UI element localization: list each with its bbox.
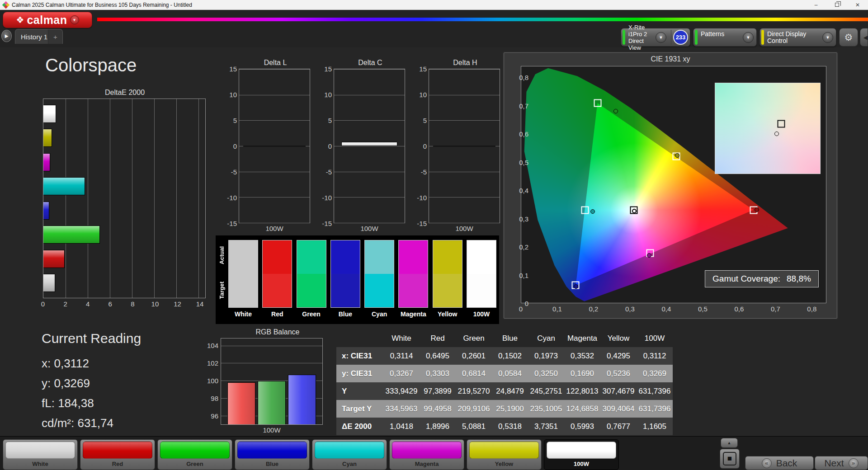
title-bar: Calman 2025 Calman Ultimate for Business…	[0, 0, 868, 10]
deltae-bar-green	[43, 226, 100, 244]
rgb-y-tick: 104	[207, 341, 218, 349]
cie-y-tick: 0,2	[519, 243, 528, 251]
table-cell: 0,6814	[456, 369, 492, 378]
calman-menu-button[interactable]: ❖ calman ▼	[3, 12, 92, 28]
swatch-label: Yellow	[433, 308, 462, 320]
cie-x-tick: 0,4	[661, 305, 671, 313]
table-row-label: Target Y	[336, 404, 383, 414]
close-button[interactable]: ✕	[847, 0, 868, 9]
meter-count-badge[interactable]: 233	[673, 30, 688, 45]
display-control-label: Direct Display Control	[764, 28, 822, 44]
pattern-window-button[interactable]: ■	[720, 449, 740, 469]
deltae-bar-yellow	[43, 129, 52, 147]
delta-gridline	[334, 146, 405, 146]
calman-menu-chevron[interactable]: ▼	[70, 15, 79, 24]
patch-button-red[interactable]: Red	[80, 439, 155, 470]
rgb-y-tick: 96	[211, 412, 218, 420]
delta-gridline	[239, 69, 310, 70]
rgb-bar-green	[258, 381, 286, 424]
swatch-pair	[262, 240, 292, 308]
chevron-down-icon[interactable]: ▼	[743, 32, 754, 43]
minimize-button[interactable]: –	[806, 0, 826, 9]
actual-swatch	[297, 240, 326, 274]
swatch-label: Green	[297, 308, 326, 320]
target-swatch	[365, 274, 394, 307]
deltae-bar-blue	[43, 202, 49, 220]
history-tab-label: History 1	[15, 29, 48, 44]
cie-plot: Gamut Coverage: 88,8%	[521, 66, 826, 303]
meter-label: X-Rite i1Pro 2 Direct View	[625, 24, 656, 51]
swatch-column-yellow: Yellow	[433, 240, 462, 323]
delta-gridline	[239, 223, 310, 223]
table-cell: 0,5318	[492, 422, 528, 431]
cie-y-tick: 0,7	[519, 102, 528, 109]
swatch-column-white: White	[228, 240, 258, 323]
patch-label: Magenta	[392, 461, 462, 467]
back-button[interactable]: « Back	[745, 456, 814, 470]
actual-target-swatch-panel: Actual Target WhiteRedGreenBlueCyanMagen…	[216, 235, 499, 324]
patch-swatch	[392, 442, 462, 459]
table-cell: 0,2601	[456, 352, 492, 361]
swatch-pair	[297, 240, 326, 308]
patch-button-green[interactable]: Green	[157, 439, 232, 470]
meter-dropdown[interactable]: X-Rite i1Pro 2 Direct View ▼ 233	[621, 28, 690, 47]
deltae-x-tick: 8	[131, 300, 134, 308]
tab-history-1[interactable]: History 1 +	[15, 29, 63, 44]
delta-gridline	[429, 172, 500, 172]
patch-button-magenta[interactable]: Magenta	[389, 439, 464, 470]
delta-x-label: 100W	[429, 225, 500, 232]
table-cell: 0,4295	[600, 352, 637, 361]
swatch-pair	[467, 240, 496, 308]
window-title: Calman 2025 Calman Ultimate for Business…	[12, 2, 192, 8]
delta-y-tick: -10	[417, 194, 427, 202]
cie-target-square-green	[594, 99, 601, 107]
display-control-dropdown[interactable]: Direct Display Control ▼	[760, 28, 836, 47]
patch-label: Green	[160, 461, 230, 467]
patch-swatch	[237, 442, 307, 459]
patch-button-100w[interactable]: 100W	[544, 439, 619, 470]
actual-swatch	[467, 240, 496, 274]
patch-button-white[interactable]: White	[3, 439, 78, 470]
patterns-dropdown[interactable]: Patterns ▼	[693, 28, 757, 47]
inset-measured-circle	[774, 132, 779, 136]
cie-measured-point-red	[755, 207, 759, 212]
rgb-y-tick: 100	[207, 377, 218, 385]
history-panel-expander[interactable]: ▶	[1, 30, 12, 42]
patch-button-blue[interactable]: Blue	[235, 439, 310, 470]
table-cell: 0,3250	[528, 369, 564, 378]
table-cell: 97,3899	[420, 387, 456, 396]
deltae-x-tick: 14	[196, 300, 204, 308]
table-cell: 333,9429	[383, 387, 420, 396]
table-cell: 334,5963	[383, 404, 420, 414]
patch-label: Cyan	[315, 461, 384, 467]
chevron-down-icon[interactable]: ▼	[656, 32, 666, 43]
cie-y-tick: 0	[525, 300, 528, 307]
actual-row-label: Actual	[218, 246, 225, 264]
cie-y-tick: 0,5	[519, 158, 528, 166]
delta-y-tick: 10	[419, 91, 427, 99]
table-cell: 1,1605	[637, 422, 673, 431]
add-tab-button[interactable]: +	[48, 29, 62, 44]
table-cell: 99,4958	[420, 404, 456, 414]
delta-y-tick: -15	[322, 220, 332, 227]
settings-button[interactable]: ⚙	[839, 28, 858, 47]
next-button[interactable]: Next »	[815, 456, 868, 470]
delta-zero-bar	[243, 146, 305, 147]
delta-plot	[429, 69, 500, 223]
patch-button-yellow[interactable]: Yellow	[467, 439, 542, 470]
expander-icon: ▶	[5, 33, 9, 38]
restore-button[interactable]	[826, 0, 847, 9]
patch-button-cyan[interactable]: Cyan	[312, 439, 387, 470]
app-icon	[3, 2, 9, 8]
deltae-x-tick: 4	[86, 300, 90, 308]
pattern-window-up-button[interactable]: ▲	[721, 438, 738, 448]
table-cell: 631,7396	[637, 404, 673, 414]
collapse-toolbar-button[interactable]: ◀	[860, 28, 868, 47]
patch-label: 100W	[547, 461, 616, 467]
table-cell: 0,3532	[564, 352, 600, 361]
white-point-inset	[715, 83, 821, 174]
patch-label: Red	[83, 461, 152, 467]
chevron-down-icon[interactable]: ▼	[822, 32, 833, 43]
delta-gridline	[429, 197, 500, 197]
target-swatch	[331, 274, 360, 307]
